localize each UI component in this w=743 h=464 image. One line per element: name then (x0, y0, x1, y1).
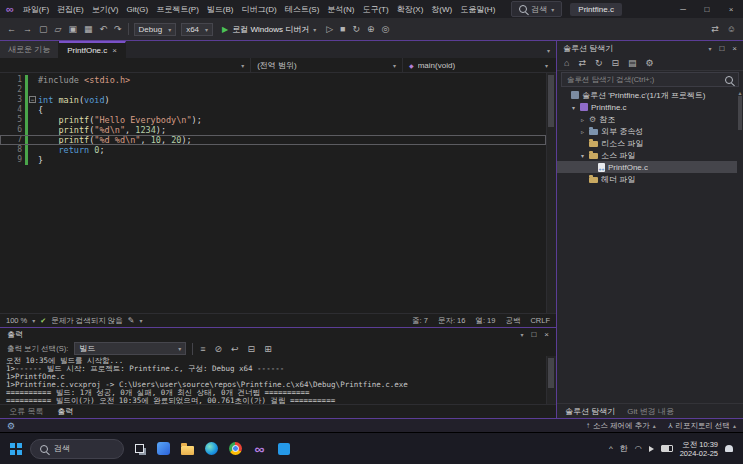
battery-icon[interactable] (661, 445, 673, 452)
editor-scrollbar[interactable] (546, 73, 556, 313)
tree-item[interactable]: 솔루션 'Printfine.c'(1/1개 프로젝트) (557, 89, 743, 101)
maximize-button[interactable] (695, 0, 719, 18)
start-debugging-button[interactable]: 로컬 Windows 디버거 (218, 24, 320, 35)
tree-arrow-icon[interactable]: ▾ (579, 152, 586, 159)
volume-icon[interactable] (649, 446, 654, 452)
code-line[interactable]: 1#include <stdio.h> (0, 75, 546, 85)
add-to-source-control-button[interactable]: 소스 제어에 추가 (586, 421, 656, 431)
menu-item[interactable]: 도구(T) (358, 2, 392, 17)
menu-item[interactable]: 프로젝트(P) (152, 2, 203, 17)
line-ending-indicator[interactable]: CRLF (530, 316, 550, 325)
close-icon[interactable] (112, 46, 117, 55)
tree-item[interactable]: PrintfOne.c (557, 161, 743, 173)
start-without-debugging-icon[interactable]: ▷ (325, 24, 334, 34)
solution-platform-dropdown[interactable]: x64 (181, 23, 213, 36)
code-line[interactable]: 2 (0, 85, 546, 95)
word-wrap-icon[interactable]: ↩ (230, 344, 240, 354)
scrollbar-thumb[interactable] (548, 75, 554, 127)
hot-reload-icon[interactable]: ↻ (352, 24, 362, 34)
menu-item[interactable]: 보기(V) (88, 2, 123, 17)
se-bottom-tab[interactable]: Git 변경 내용 (627, 406, 674, 417)
tray-overflow-chevron[interactable]: ^ (609, 444, 613, 453)
menu-item[interactable]: 확장(X) (393, 2, 428, 17)
open-documents-dropdown[interactable] (541, 41, 556, 58)
tree-item[interactable]: ▹외부 종속성 (557, 125, 743, 137)
output-panel-header[interactable]: 출력 (0, 328, 556, 341)
menu-item[interactable]: 분석(N) (323, 2, 358, 17)
messages-icon[interactable]: ≡ (199, 344, 206, 354)
line-indicator[interactable]: 줄: 7 (412, 316, 428, 326)
find-in-files-icon[interactable]: ◎ (381, 24, 391, 34)
tree-item[interactable]: 헤더 파일 (557, 173, 743, 185)
quick-search-box[interactable]: 검색 (511, 1, 562, 17)
collapse-expander-icon[interactable]: − (29, 96, 36, 103)
show-all-files-icon[interactable]: ▤ (627, 58, 638, 68)
character-indicator[interactable]: 문자: 16 (438, 316, 466, 326)
notification-bell-icon[interactable] (725, 445, 733, 452)
menu-item[interactable]: 편집(E) (53, 2, 88, 17)
zoom-level-dropdown[interactable]: 100 % (6, 316, 27, 325)
document-tab[interactable]: PrintfOne.c (59, 41, 126, 58)
code-line[interactable]: 5 printf("Hello Everybody\n"); (0, 115, 546, 125)
menu-item[interactable]: 파일(F) (19, 2, 53, 17)
scope-dropdown[interactable]: (전역 범위) (251, 58, 403, 72)
expand-icon[interactable]: ⊞ (263, 344, 273, 354)
clear-all-icon[interactable]: ⊘ (214, 344, 224, 354)
redo-icon[interactable]: ↷ (113, 24, 123, 34)
tree-arrow-icon[interactable]: ▾ (570, 104, 577, 111)
collapse-all-icon[interactable]: ⊟ (611, 58, 621, 68)
code-area[interactable]: 1#include <stdio.h>23−int main(void)4{5 … (0, 73, 546, 313)
scrollbar-thumb[interactable] (548, 358, 554, 388)
float-window-icon[interactable] (531, 330, 536, 339)
code-line[interactable]: 7 printf("%d %d\n", 10, 20); (0, 135, 546, 145)
tree-item[interactable]: ▾Printfine.c (557, 101, 743, 113)
minimize-button[interactable] (671, 0, 695, 18)
output-text[interactable]: 오전 10:35에 빌드를 시작함...1>------ 빌드 시작: 프로젝트… (0, 356, 546, 404)
document-tab[interactable]: 새로운 기능 (0, 41, 59, 58)
open-file-icon[interactable]: ▱ (54, 24, 63, 34)
save-all-icon[interactable]: ▦ (83, 24, 94, 34)
solution-configuration-dropdown[interactable]: Debug (134, 23, 177, 36)
network-icon[interactable]: ◠ (635, 444, 642, 453)
scrollbar-thumb[interactable] (738, 96, 742, 130)
solution-explorer-scrollbar[interactable] (737, 88, 743, 403)
code-line[interactable]: 9} (0, 155, 546, 165)
tree-item[interactable]: ▾소스 파일 (557, 149, 743, 161)
close-icon[interactable] (732, 44, 737, 53)
output-source-dropdown[interactable]: 빌드 (74, 342, 186, 355)
tree-item[interactable]: ▹참조 (557, 113, 743, 125)
window-menu-icon[interactable] (708, 44, 711, 53)
solution-explorer-header[interactable]: 솔루션 탐색기 (557, 41, 743, 56)
clock[interactable]: 오전 10:39 2024-02-25 (680, 440, 718, 458)
undo-icon[interactable]: ↶ (98, 24, 108, 34)
code-line[interactable]: 8 return 0; (0, 145, 546, 155)
menu-item[interactable]: 디버그(D) (238, 2, 281, 17)
background-tasks-icon[interactable] (7, 421, 15, 431)
save-icon[interactable]: ▣ (67, 24, 78, 34)
se-bottom-tab[interactable]: 솔루션 탐색기 (565, 406, 615, 417)
tree-arrow-icon[interactable]: ▹ (579, 116, 586, 123)
window-menu-icon[interactable] (520, 330, 523, 339)
code-line[interactable]: 3−int main(void) (0, 95, 546, 105)
switch-views-icon[interactable]: ⇄ (577, 58, 587, 68)
select-repository-button[interactable]: 리포지토리 선택 (668, 421, 736, 431)
attach-process-icon[interactable]: ⊕ (366, 24, 376, 34)
close-icon[interactable] (544, 330, 549, 339)
solution-explorer-search-box[interactable]: 솔루션 탐색기 검색(Ctrl+;) (561, 72, 739, 87)
menu-item[interactable]: 빌드(B) (203, 2, 238, 17)
whitespace-indicator[interactable]: 공백 (505, 316, 520, 326)
live-share-icon[interactable]: ⇄ (710, 24, 720, 34)
start-button[interactable] (10, 443, 22, 455)
collapse-icon[interactable]: ⊟ (247, 344, 257, 354)
column-indicator[interactable]: 열: 19 (475, 316, 495, 326)
navigate-back-icon[interactable]: ← (6, 24, 17, 34)
code-line[interactable]: 6 printf("%d\n", 1234); (0, 125, 546, 135)
properties-icon[interactable]: ⚙ (645, 58, 655, 68)
tree-arrow-icon[interactable]: ▹ (579, 128, 586, 135)
panel-tab[interactable]: 오류 목록 (9, 406, 43, 417)
home-icon[interactable]: ⌂ (563, 58, 570, 68)
code-line[interactable]: 4{ (0, 105, 546, 115)
menu-item[interactable]: 도움말(H) (456, 2, 499, 17)
code-editor[interactable]: 1#include <stdio.h>23−int main(void)4{5 … (0, 73, 556, 313)
new-file-icon[interactable]: ▢ (38, 24, 49, 34)
